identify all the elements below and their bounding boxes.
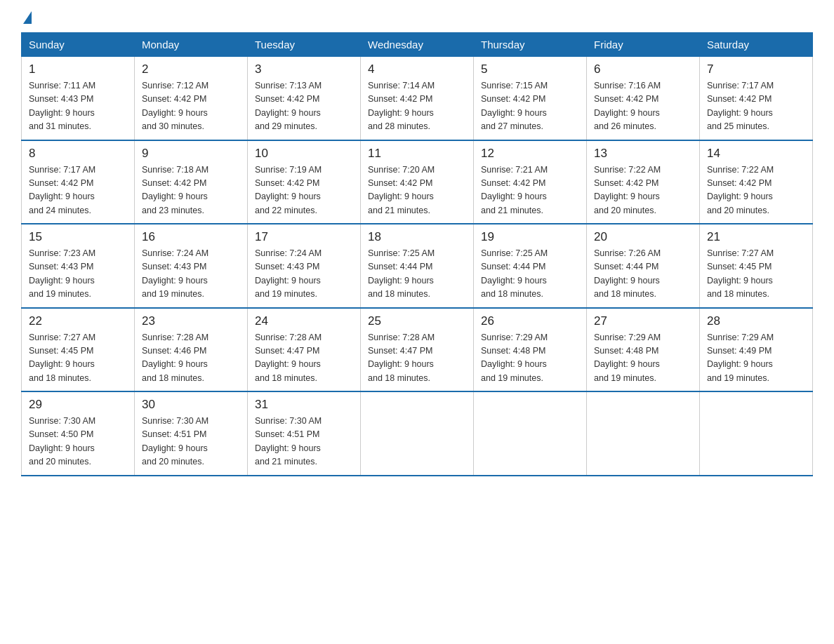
day-info: Sunrise: 7:24 AM Sunset: 4:43 PM Dayligh… xyxy=(255,247,353,302)
day-number: 28 xyxy=(707,314,805,328)
day-info: Sunrise: 7:26 AM Sunset: 4:44 PM Dayligh… xyxy=(594,247,692,302)
logo xyxy=(21,14,32,20)
day-info: Sunrise: 7:12 AM Sunset: 4:42 PM Dayligh… xyxy=(142,79,240,134)
calendar-cell: 22 Sunrise: 7:27 AM Sunset: 4:45 PM Dayl… xyxy=(22,308,135,392)
day-info: Sunrise: 7:13 AM Sunset: 4:42 PM Dayligh… xyxy=(255,79,353,134)
day-number: 25 xyxy=(368,314,466,328)
day-info: Sunrise: 7:22 AM Sunset: 4:42 PM Dayligh… xyxy=(594,163,692,218)
calendar-cell: 31 Sunrise: 7:30 AM Sunset: 4:51 PM Dayl… xyxy=(248,391,361,476)
calendar-week-row: 1 Sunrise: 7:11 AM Sunset: 4:43 PM Dayli… xyxy=(22,57,813,140)
calendar-cell: 7 Sunrise: 7:17 AM Sunset: 4:42 PM Dayli… xyxy=(700,57,813,140)
calendar-cell: 10 Sunrise: 7:19 AM Sunset: 4:42 PM Dayl… xyxy=(248,140,361,224)
calendar-cell xyxy=(474,391,587,476)
day-number: 6 xyxy=(594,62,692,76)
day-info: Sunrise: 7:30 AM Sunset: 4:51 PM Dayligh… xyxy=(255,415,353,469)
calendar-cell: 6 Sunrise: 7:16 AM Sunset: 4:42 PM Dayli… xyxy=(587,57,700,140)
weekday-header-thursday: Thursday xyxy=(474,33,587,57)
day-info: Sunrise: 7:17 AM Sunset: 4:42 PM Dayligh… xyxy=(29,163,127,218)
day-number: 9 xyxy=(142,147,240,161)
calendar-cell: 15 Sunrise: 7:23 AM Sunset: 4:43 PM Dayl… xyxy=(22,224,135,308)
day-number: 31 xyxy=(255,398,353,412)
calendar-cell: 26 Sunrise: 7:29 AM Sunset: 4:48 PM Dayl… xyxy=(474,308,587,392)
calendar-cell: 25 Sunrise: 7:28 AM Sunset: 4:47 PM Dayl… xyxy=(361,308,474,392)
calendar-cell: 5 Sunrise: 7:15 AM Sunset: 4:42 PM Dayli… xyxy=(474,57,587,140)
day-info: Sunrise: 7:28 AM Sunset: 4:46 PM Dayligh… xyxy=(142,331,240,386)
calendar-cell xyxy=(361,391,474,476)
calendar-cell: 3 Sunrise: 7:13 AM Sunset: 4:42 PM Dayli… xyxy=(248,57,361,140)
calendar-cell: 4 Sunrise: 7:14 AM Sunset: 4:42 PM Dayli… xyxy=(361,57,474,140)
calendar-week-row: 15 Sunrise: 7:23 AM Sunset: 4:43 PM Dayl… xyxy=(22,224,813,308)
day-info: Sunrise: 7:29 AM Sunset: 4:48 PM Dayligh… xyxy=(481,331,579,386)
calendar-cell xyxy=(587,391,700,476)
weekday-header-row: SundayMondayTuesdayWednesdayThursdayFrid… xyxy=(22,33,813,57)
day-info: Sunrise: 7:30 AM Sunset: 4:51 PM Dayligh… xyxy=(142,415,240,469)
day-number: 23 xyxy=(142,314,240,328)
weekday-header-saturday: Saturday xyxy=(700,33,813,57)
calendar-cell: 18 Sunrise: 7:25 AM Sunset: 4:44 PM Dayl… xyxy=(361,224,474,308)
day-info: Sunrise: 7:25 AM Sunset: 4:44 PM Dayligh… xyxy=(368,247,466,302)
day-number: 3 xyxy=(255,62,353,76)
day-info: Sunrise: 7:27 AM Sunset: 4:45 PM Dayligh… xyxy=(707,247,805,302)
day-number: 22 xyxy=(29,314,127,328)
day-info: Sunrise: 7:28 AM Sunset: 4:47 PM Dayligh… xyxy=(368,331,466,386)
day-number: 16 xyxy=(142,230,240,244)
day-number: 20 xyxy=(594,230,692,244)
calendar-cell: 12 Sunrise: 7:21 AM Sunset: 4:42 PM Dayl… xyxy=(474,140,587,224)
day-info: Sunrise: 7:15 AM Sunset: 4:42 PM Dayligh… xyxy=(481,79,579,134)
day-number: 4 xyxy=(368,62,466,76)
calendar-cell: 11 Sunrise: 7:20 AM Sunset: 4:42 PM Dayl… xyxy=(361,140,474,224)
day-number: 14 xyxy=(707,147,805,161)
day-info: Sunrise: 7:16 AM Sunset: 4:42 PM Dayligh… xyxy=(594,79,692,134)
weekday-header-wednesday: Wednesday xyxy=(361,33,474,57)
calendar-week-row: 22 Sunrise: 7:27 AM Sunset: 4:45 PM Dayl… xyxy=(22,308,813,392)
calendar-cell: 8 Sunrise: 7:17 AM Sunset: 4:42 PM Dayli… xyxy=(22,140,135,224)
day-info: Sunrise: 7:20 AM Sunset: 4:42 PM Dayligh… xyxy=(368,163,466,218)
day-number: 30 xyxy=(142,398,240,412)
day-number: 26 xyxy=(481,314,579,328)
day-info: Sunrise: 7:22 AM Sunset: 4:42 PM Dayligh… xyxy=(707,163,805,218)
day-number: 24 xyxy=(255,314,353,328)
day-info: Sunrise: 7:14 AM Sunset: 4:42 PM Dayligh… xyxy=(368,79,466,134)
weekday-header-friday: Friday xyxy=(587,33,700,57)
day-number: 17 xyxy=(255,230,353,244)
page-header xyxy=(21,14,813,20)
calendar-table: SundayMondayTuesdayWednesdayThursdayFrid… xyxy=(21,32,813,476)
day-number: 15 xyxy=(29,230,127,244)
weekday-header-tuesday: Tuesday xyxy=(248,33,361,57)
calendar-cell: 23 Sunrise: 7:28 AM Sunset: 4:46 PM Dayl… xyxy=(135,308,248,392)
logo-arrow-icon xyxy=(23,11,32,24)
day-info: Sunrise: 7:25 AM Sunset: 4:44 PM Dayligh… xyxy=(481,247,579,302)
calendar-cell: 17 Sunrise: 7:24 AM Sunset: 4:43 PM Dayl… xyxy=(248,224,361,308)
day-info: Sunrise: 7:29 AM Sunset: 4:49 PM Dayligh… xyxy=(707,331,805,386)
day-number: 7 xyxy=(707,62,805,76)
day-number: 12 xyxy=(481,147,579,161)
day-number: 29 xyxy=(29,398,127,412)
calendar-cell: 29 Sunrise: 7:30 AM Sunset: 4:50 PM Dayl… xyxy=(22,391,135,476)
day-number: 10 xyxy=(255,147,353,161)
day-number: 8 xyxy=(29,147,127,161)
day-number: 1 xyxy=(29,62,127,76)
calendar-cell: 14 Sunrise: 7:22 AM Sunset: 4:42 PM Dayl… xyxy=(700,140,813,224)
weekday-header-sunday: Sunday xyxy=(22,33,135,57)
day-number: 21 xyxy=(707,230,805,244)
calendar-cell: 27 Sunrise: 7:29 AM Sunset: 4:48 PM Dayl… xyxy=(587,308,700,392)
calendar-cell: 30 Sunrise: 7:30 AM Sunset: 4:51 PM Dayl… xyxy=(135,391,248,476)
day-info: Sunrise: 7:21 AM Sunset: 4:42 PM Dayligh… xyxy=(481,163,579,218)
calendar-cell: 1 Sunrise: 7:11 AM Sunset: 4:43 PM Dayli… xyxy=(22,57,135,140)
day-number: 5 xyxy=(481,62,579,76)
calendar-cell: 19 Sunrise: 7:25 AM Sunset: 4:44 PM Dayl… xyxy=(474,224,587,308)
day-info: Sunrise: 7:18 AM Sunset: 4:42 PM Dayligh… xyxy=(142,163,240,218)
calendar-week-row: 29 Sunrise: 7:30 AM Sunset: 4:50 PM Dayl… xyxy=(22,391,813,476)
day-number: 2 xyxy=(142,62,240,76)
calendar-cell: 20 Sunrise: 7:26 AM Sunset: 4:44 PM Dayl… xyxy=(587,224,700,308)
calendar-cell: 28 Sunrise: 7:29 AM Sunset: 4:49 PM Dayl… xyxy=(700,308,813,392)
day-info: Sunrise: 7:27 AM Sunset: 4:45 PM Dayligh… xyxy=(29,331,127,386)
calendar-cell: 21 Sunrise: 7:27 AM Sunset: 4:45 PM Dayl… xyxy=(700,224,813,308)
day-info: Sunrise: 7:11 AM Sunset: 4:43 PM Dayligh… xyxy=(29,79,127,134)
calendar-cell xyxy=(700,391,813,476)
calendar-cell: 2 Sunrise: 7:12 AM Sunset: 4:42 PM Dayli… xyxy=(135,57,248,140)
calendar-week-row: 8 Sunrise: 7:17 AM Sunset: 4:42 PM Dayli… xyxy=(22,140,813,224)
day-info: Sunrise: 7:24 AM Sunset: 4:43 PM Dayligh… xyxy=(142,247,240,302)
weekday-header-monday: Monday xyxy=(135,33,248,57)
day-info: Sunrise: 7:17 AM Sunset: 4:42 PM Dayligh… xyxy=(707,79,805,134)
